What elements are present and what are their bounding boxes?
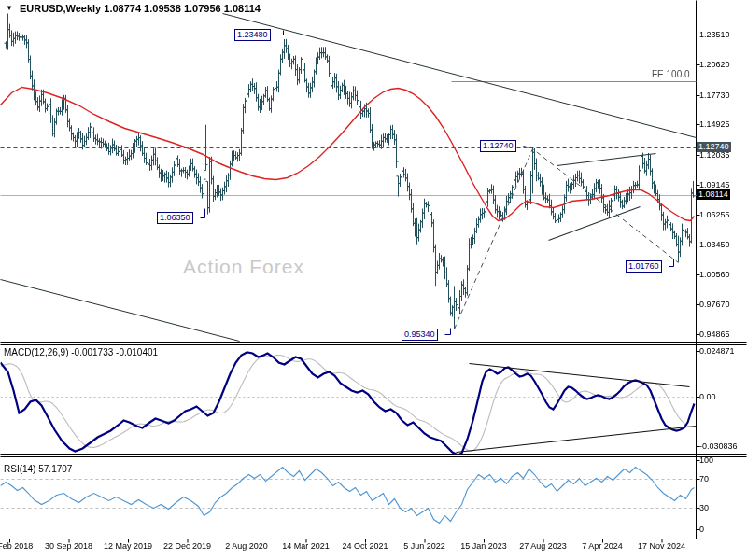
price-level-callout: 1.12740: [480, 140, 516, 152]
price-axis-label: 0.94865: [699, 329, 730, 339]
price-axis-label: 1.03450: [699, 240, 730, 249]
price-axis-label: 1.14925: [699, 119, 730, 129]
macd-axis-label: 0.00: [699, 392, 716, 401]
date-axis-label: 22 Dec 2019: [163, 541, 211, 551]
date-axis-label: 14 Mar 2021: [282, 541, 330, 551]
price-axis-label: 1.17730: [699, 91, 730, 100]
date-axis-label: 18 Feb 2018: [0, 541, 33, 551]
price-axis-label: 1.00560: [699, 270, 730, 279]
price-level-callout: 1.01760: [626, 260, 662, 273]
date-axis-label: 27 Aug 2023: [519, 541, 567, 551]
date-axis-label: 17 Nov 2024: [638, 541, 685, 551]
price-level-callout: 0.95340: [402, 329, 438, 341]
rsi-indicator-label: RSI(14) 57.1707: [4, 464, 72, 474]
collapse-arrow-icon[interactable]: ▼: [6, 4, 13, 12]
macd-axis-label: -0.030836: [699, 441, 738, 451]
price-level-callout: 1.06350: [157, 212, 193, 224]
rsi-axis-label: 100: [699, 455, 713, 465]
date-axis-label: 15 Jan 2023: [460, 541, 507, 551]
date-axis-label: 2 Aug 2020: [225, 541, 268, 551]
level-price-tag: 1.12740: [697, 142, 731, 152]
date-axis-label: 12 May 2019: [104, 541, 152, 551]
rsi-axis-label: 70: [699, 474, 709, 483]
fibonacci-extension-label: FE 100.0: [652, 69, 690, 79]
chart-window: Action Forex ▼ EURUSD,Weekly 1.08774 1.0…: [0, 0, 747, 560]
price-level-callout: 1.23480: [234, 29, 271, 41]
date-axis-label: 24 Oct 2021: [342, 541, 388, 551]
date-axis-label: 5 Jun 2022: [403, 541, 445, 551]
date-axis-label: 7 Apr 2024: [582, 541, 623, 551]
macd-axis-label: 0.024871: [699, 346, 735, 356]
current-price-tag: 1.08114: [697, 189, 730, 200]
price-axis-label: 1.09145: [699, 180, 730, 189]
rsi-axis-label: 30: [699, 503, 709, 512]
chart-title: EURUSD,Weekly 1.08774 1.09538 1.07956 1.…: [20, 3, 261, 14]
price-axis-label: 1.20620: [699, 60, 730, 69]
price-axis-label: 1.23510: [699, 30, 730, 39]
price-axis-label: 1.06255: [699, 210, 730, 219]
chart-canvas[interactable]: [0, 0, 747, 560]
date-axis-label: 30 Sep 2018: [45, 541, 92, 551]
price-axis-label: 0.97670: [699, 300, 730, 309]
rsi-axis-label: 0: [699, 525, 704, 534]
macd-indicator-label: MACD(12,26,9) -0.001733 -0.010401: [4, 347, 158, 357]
